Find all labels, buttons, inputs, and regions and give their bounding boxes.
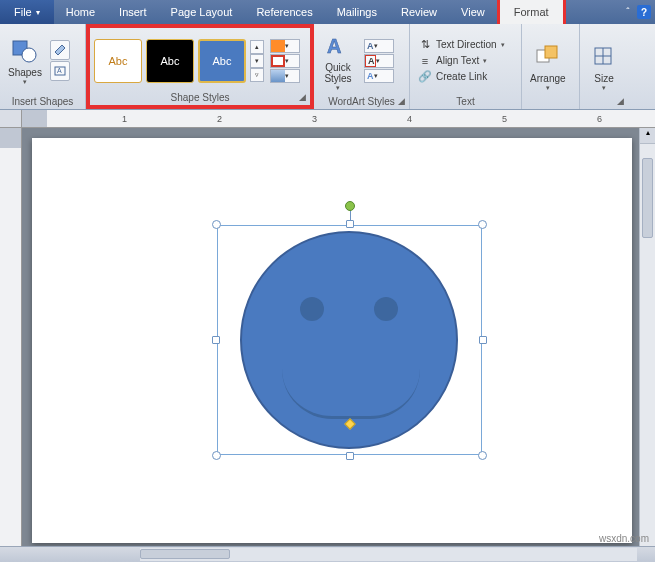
tab-references[interactable]: References [244,0,324,24]
style-row-up-button[interactable]: ▴ [250,40,264,54]
tab-home[interactable]: Home [54,0,107,24]
rotation-handle[interactable] [345,201,355,211]
smiley-eye-left [300,297,324,321]
tab-view[interactable]: View [449,0,497,24]
align-text-button[interactable]: ≡Align Text ▾ [414,53,517,69]
group-insert-shapes: Shapes ▾ A Insert Shapes [0,24,86,109]
size-dialog-launcher[interactable]: ◢ [614,95,626,107]
ruler-corner [0,110,22,128]
smiley-eye-right [374,297,398,321]
group-label-insert-shapes: Insert Shapes [4,95,81,109]
shape-outline-button[interactable]: ▾ [270,54,300,68]
chevron-down-icon: ▾ [374,72,378,80]
text-box-button[interactable]: A [50,61,70,81]
shape-style-preset-2[interactable]: Abc [146,39,194,83]
svg-text:A: A [57,67,62,74]
tab-mailings[interactable]: Mailings [325,0,389,24]
tab-file[interactable]: File [0,0,54,24]
vertical-scrollbar[interactable]: ▴ [639,128,655,546]
shape-style-preset-1[interactable]: Abc [94,39,142,83]
style-row-down-button[interactable]: ▾ [250,54,264,68]
horizontal-ruler[interactable]: 1 2 3 4 5 6 [22,110,655,128]
wordart-dialog-launcher[interactable]: ◢ [395,95,407,107]
create-link-button[interactable]: 🔗Create Link [414,69,517,85]
vertical-ruler[interactable] [0,128,22,546]
minimize-ribbon-icon[interactable]: ˆ [621,5,635,19]
group-arrange: Arrange ▾ [522,24,580,109]
align-text-icon: ≡ [418,54,432,68]
text-outline-button[interactable]: A▾ [364,54,394,68]
document-canvas[interactable]: ▴ [22,128,655,546]
chevron-down-icon: ▾ [285,57,289,65]
resize-handle-t[interactable] [346,220,354,228]
wordart-icon: A [322,30,354,62]
arrange-button[interactable]: Arrange ▾ [526,39,570,94]
size-button[interactable]: Size ▾ [584,39,624,94]
shape-fill-button[interactable]: ▾ [270,39,300,53]
chevron-down-icon: ▾ [602,84,606,92]
scroll-up-button[interactable]: ▴ [640,128,655,144]
smiley-face-shape[interactable] [240,231,458,449]
group-label-arrange [526,106,575,109]
group-text: ⇅Text Direction ▾ ≡Align Text ▾ 🔗Create … [410,24,522,109]
resize-handle-b[interactable] [346,452,354,460]
resize-handle-bl[interactable] [212,451,221,460]
chevron-down-icon: ▾ [546,84,550,92]
tab-review[interactable]: Review [389,0,449,24]
edit-shape-button[interactable] [50,40,70,60]
ribbon-tabs-bar: File Home Insert Page Layout References … [0,0,655,24]
status-bar [0,546,655,562]
link-icon: 🔗 [418,70,432,84]
chevron-down-icon: ▾ [374,42,378,50]
svg-text:A: A [327,35,341,57]
chevron-down-icon: ▾ [336,84,340,92]
tab-insert[interactable]: Insert [107,0,159,24]
svg-point-1 [22,48,36,62]
selected-shape[interactable] [217,225,482,455]
vertical-scroll-thumb[interactable] [642,158,653,238]
resize-handle-l[interactable] [212,336,220,344]
document-area: ▴ [0,128,655,546]
resize-handle-r[interactable] [479,336,487,344]
text-direction-icon: ⇅ [418,38,432,52]
group-shape-styles: Abc Abc Abc ▴ ▾ ▿ ▾ ▾ ▾ Shape Styles ◢ [86,24,314,109]
group-label-text: Text [414,95,517,109]
text-effects-button[interactable]: A▾ [364,69,394,83]
smiley-mouth [282,369,420,419]
resize-handle-tl[interactable] [212,220,221,229]
ribbon-format: Shapes ▾ A Insert Shapes Abc Abc Abc ▴ ▾… [0,24,655,110]
text-direction-button[interactable]: ⇅Text Direction ▾ [414,37,517,53]
shapes-gallery-button[interactable]: Shapes ▾ [4,33,46,88]
group-size: Size ▾ ◢ [580,24,628,109]
tab-format[interactable]: Format [497,0,566,24]
group-label-shape-styles: Shape Styles [94,91,306,105]
quick-styles-button[interactable]: A Quick Styles ▾ [318,28,358,94]
watermark-text: wsxdn.com [599,533,649,544]
chevron-down-icon: ▾ [285,42,289,50]
shapes-icon [9,35,41,67]
text-fill-button[interactable]: A▾ [364,39,394,53]
chevron-down-icon: ▾ [23,78,27,86]
shape-styles-dialog-launcher[interactable]: ◢ [296,91,308,103]
shape-style-preset-3[interactable]: Abc [198,39,246,83]
size-icon [588,41,620,73]
arrange-icon [532,41,564,73]
tab-page-layout[interactable]: Page Layout [159,0,245,24]
resize-handle-tr[interactable] [478,220,487,229]
page [32,138,632,543]
style-gallery-more-button[interactable]: ▿ [250,68,264,82]
resize-handle-br[interactable] [478,451,487,460]
group-wordart-styles: A Quick Styles ▾ A▾ A▾ A▾ WordArt Styles… [314,24,410,109]
horizontal-scroll-thumb[interactable] [140,549,230,559]
chevron-down-icon: ▾ [285,72,289,80]
help-icon[interactable]: ? [637,5,651,19]
chevron-down-icon: ▾ [376,57,380,65]
group-label-wordart-styles: WordArt Styles [318,95,405,109]
svg-rect-6 [545,46,557,58]
shape-effects-button[interactable]: ▾ [270,69,300,83]
